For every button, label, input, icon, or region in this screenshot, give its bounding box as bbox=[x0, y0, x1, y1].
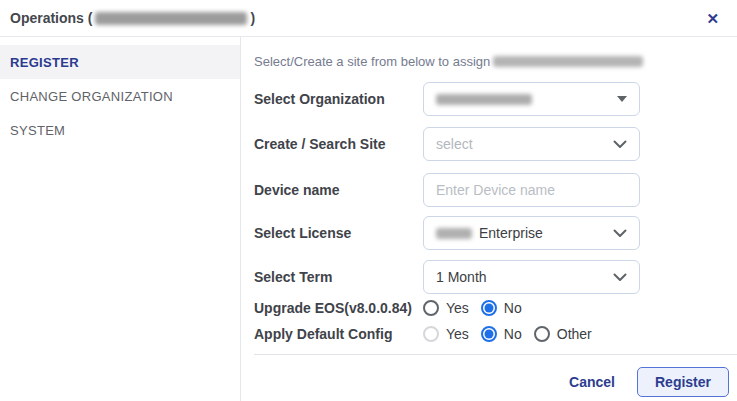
dialog-title: Operations ( ) bbox=[10, 10, 255, 26]
term-value: 1 Month bbox=[436, 269, 487, 285]
radio-selected-icon bbox=[481, 326, 497, 342]
device-name-label: Device name bbox=[254, 182, 423, 198]
register-button[interactable]: Register bbox=[637, 367, 729, 397]
apply-default-config-option-yes[interactable]: Yes bbox=[423, 326, 469, 342]
select-organization-dropdown[interactable] bbox=[423, 82, 640, 116]
apply-default-config-option-other[interactable]: Other bbox=[534, 326, 592, 342]
site-placeholder: select bbox=[436, 136, 473, 152]
field-row-create-search-site: Create / Search Site select bbox=[254, 127, 737, 161]
field-row-device-name: Device name bbox=[254, 173, 737, 207]
dialog-title-suffix: ) bbox=[250, 10, 255, 26]
redacted-organization-value bbox=[436, 94, 532, 105]
dialog-title-prefix: Operations ( bbox=[10, 10, 92, 26]
chevron-down-icon bbox=[613, 273, 627, 282]
radio-row-apply-default-config: Apply Default Config Yes No Other bbox=[254, 322, 737, 346]
upgrade-eos-label: Upgrade EOS(v8.0.0.84) bbox=[254, 300, 423, 316]
sidebar-item-system[interactable]: SYSTEM bbox=[0, 113, 240, 147]
license-value: Enterprise bbox=[479, 225, 543, 241]
upgrade-eos-option-no[interactable]: No bbox=[481, 300, 522, 316]
radio-selected-icon bbox=[481, 300, 497, 316]
select-license-dropdown[interactable]: Enterprise bbox=[423, 216, 640, 250]
sidebar-item-register[interactable]: REGISTER bbox=[0, 45, 240, 79]
create-search-site-dropdown[interactable]: select bbox=[423, 127, 640, 161]
apply-default-config-option-no[interactable]: No bbox=[481, 326, 522, 342]
cancel-button[interactable]: Cancel bbox=[569, 367, 615, 397]
select-organization-label: Select Organization bbox=[254, 91, 423, 107]
redacted-assign-device-id bbox=[493, 56, 643, 67]
field-row-select-term: Select Term 1 Month bbox=[254, 260, 737, 294]
radio-disabled-icon bbox=[423, 326, 439, 342]
dialog-header: Operations ( ) ✕ bbox=[0, 0, 737, 37]
chevron-down-icon bbox=[613, 140, 627, 149]
radio-unselected-icon bbox=[534, 326, 550, 342]
create-search-site-label: Create / Search Site bbox=[254, 136, 423, 152]
radio-row-upgrade-eos: Upgrade EOS(v8.0.0.84) Yes No bbox=[254, 296, 737, 320]
upgrade-eos-option-yes[interactable]: Yes bbox=[423, 300, 469, 316]
select-term-label: Select Term bbox=[254, 269, 423, 285]
redacted-device-id bbox=[95, 12, 247, 25]
operations-dialog: Operations ( ) ✕ REGISTER CHANGE ORGANIZ… bbox=[0, 0, 737, 401]
select-term-dropdown[interactable]: 1 Month bbox=[423, 260, 640, 294]
select-license-label: Select License bbox=[254, 225, 423, 241]
sidebar-item-change-organization[interactable]: CHANGE ORGANIZATION bbox=[0, 79, 240, 113]
radio-unselected-icon bbox=[423, 300, 439, 316]
assign-instruction: Select/Create a site from below to assig… bbox=[254, 53, 737, 69]
dialog-body: REGISTER CHANGE ORGANIZATION SYSTEM Sele… bbox=[0, 37, 737, 401]
dialog-footer: Cancel Register bbox=[254, 355, 737, 397]
field-row-select-license: Select License Enterprise bbox=[254, 216, 737, 250]
device-name-input[interactable] bbox=[423, 173, 640, 207]
operations-sidebar: REGISTER CHANGE ORGANIZATION SYSTEM bbox=[0, 37, 241, 401]
caret-down-icon bbox=[617, 96, 627, 102]
apply-default-config-label: Apply Default Config bbox=[254, 326, 423, 342]
redacted-license-brand bbox=[436, 228, 472, 239]
field-row-select-organization: Select Organization bbox=[254, 82, 737, 116]
register-panel: Select/Create a site from below to assig… bbox=[241, 37, 737, 401]
close-icon[interactable]: ✕ bbox=[702, 9, 723, 28]
chevron-down-icon bbox=[613, 229, 627, 238]
